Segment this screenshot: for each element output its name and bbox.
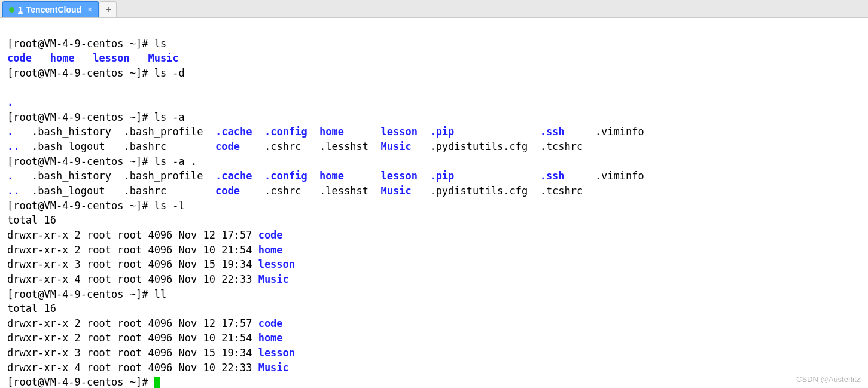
cmd-ls: ls <box>154 38 166 50</box>
lsa2-r1c2: .bash_history <box>32 170 111 182</box>
lsl-r4-dir: Music <box>258 273 289 285</box>
lsa-r2c6: .lesshst <box>319 140 368 152</box>
lsa2-r1c5: .config <box>264 170 307 182</box>
lsa2-r1c8: .pip <box>430 170 454 182</box>
lsa-r1c7: lesson <box>380 126 417 138</box>
lsa-r1c10: .viminfo <box>595 126 644 138</box>
lsl-r1-dir: code <box>258 229 283 241</box>
watermark: CSDN @Austerlitzl <box>796 374 862 386</box>
lsa-r1c1: . <box>7 126 13 138</box>
cursor-icon <box>154 377 160 388</box>
dir-home: home <box>50 52 75 64</box>
tab-bar: 1 TencentCloud × + <box>0 0 868 18</box>
ll-r3-pre: drwxr-xr-x 3 root root 4096 Nov 15 19:34 <box>7 347 258 359</box>
lsa2-r2c9: .tcshrc <box>540 185 583 197</box>
ll-total: total 16 <box>7 303 56 314</box>
tab-tencentcloud[interactable]: 1 TencentCloud × <box>2 1 99 17</box>
ll-r2-pre: drwxr-xr-x 2 root root 4096 Nov 10 21:54 <box>7 332 258 344</box>
lsa2-r1c9: .ssh <box>540 170 565 182</box>
lsl-r2-pre: drwxr-xr-x 2 root root 4096 Nov 10 21:54 <box>7 244 258 256</box>
lsa-r1c3: .bash_profile <box>124 126 203 138</box>
ll-r4-pre: drwxr-xr-x 4 root root 4096 Nov 10 22:33 <box>7 362 258 374</box>
lsa2-r2c2: .bash_logout <box>32 185 105 197</box>
lsa2-r2c7: Music <box>380 185 411 197</box>
prompt: [root@VM-4-9-centos ~]# <box>7 376 154 388</box>
prompt: [root@VM-4-9-centos ~]# <box>7 38 154 50</box>
lsl-r2-dir: home <box>258 244 283 256</box>
lsl-r1-pre: drwxr-xr-x 2 root root 4096 Nov 12 17:57 <box>7 229 258 241</box>
status-dot-icon <box>9 7 14 13</box>
ll-r1-pre: drwxr-xr-x 2 root root 4096 Nov 12 17:57 <box>7 317 258 329</box>
lsa2-r2c5: .cshrc <box>264 185 301 197</box>
lsl-r3-dir: lesson <box>258 258 295 270</box>
lsa2-r1c7: lesson <box>380 170 417 182</box>
ll-r3-dir: lesson <box>258 347 295 359</box>
lsa-r2c4: code <box>215 140 240 152</box>
cmd-ls-a: ls -a <box>154 111 185 123</box>
lsa2-r2c8: .pydistutils.cfg <box>430 185 528 197</box>
cmd-ls-l: ls -l <box>154 200 185 212</box>
prompt: [root@VM-4-9-centos ~]# <box>7 155 154 167</box>
lsa-r1c2: .bash_history <box>32 126 111 138</box>
lsa-r2c5: .cshrc <box>264 140 301 152</box>
prompt: [root@VM-4-9-centos ~]# <box>7 288 154 300</box>
lsa2-r1c6: home <box>319 170 344 182</box>
lsa-r2c8: .pydistutils.cfg <box>430 140 528 152</box>
terminal[interactable]: [root@VM-4-9-centos ~]# ls code home les… <box>0 18 868 388</box>
lsa2-r2c6: .lesshst <box>319 185 368 197</box>
lsa-r1c5: .config <box>264 126 307 138</box>
ls-d-output: . <box>7 96 13 108</box>
tab-index: 1 <box>18 5 23 14</box>
lsa2-r1c3: .bash_profile <box>124 170 203 182</box>
lsa2-r1c4: .cache <box>215 170 252 182</box>
prompt: [root@VM-4-9-centos ~]# <box>7 200 154 212</box>
lsa2-r1c1: . <box>7 170 13 182</box>
close-icon[interactable]: × <box>87 5 92 14</box>
lsa-r2c3: .bashrc <box>124 140 167 152</box>
lsl-r3-pre: drwxr-xr-x 3 root root 4096 Nov 15 19:34 <box>7 258 258 270</box>
dir-code: code <box>7 52 32 64</box>
lsa2-r2c4: code <box>215 185 240 197</box>
dir-lesson: lesson <box>93 52 129 64</box>
cmd-ls-a-dot: ls -a . <box>154 155 197 167</box>
lsa-r2c1: .. <box>7 140 19 152</box>
prompt: [root@VM-4-9-centos ~]# <box>7 111 154 123</box>
lsa2-r1c10: .viminfo <box>595 170 644 182</box>
lsa-r1c4: .cache <box>215 126 252 138</box>
prompt: [root@VM-4-9-centos ~]# <box>7 67 154 79</box>
cmd-ll: ll <box>154 288 166 300</box>
lsa-r1c9: .ssh <box>540 126 565 138</box>
cmd-ls-d: ls -d <box>154 67 185 79</box>
ll-r2-dir: home <box>258 332 283 344</box>
lsa2-r2c1: .. <box>7 185 19 197</box>
lsl-total: total 16 <box>7 214 56 226</box>
lsa-r2c7: Music <box>380 140 411 152</box>
dir-music: Music <box>148 52 178 64</box>
lsa-r2c9: .tcshrc <box>540 140 583 152</box>
lsa-r1c8: .pip <box>430 126 454 138</box>
tab-title: TencentCloud <box>26 5 81 14</box>
lsa2-r2c3: .bashrc <box>124 185 167 197</box>
lsa-r2c2: .bash_logout <box>32 140 105 152</box>
lsa-r1c6: home <box>319 126 344 138</box>
new-tab-button[interactable]: + <box>100 1 117 17</box>
ll-r1-dir: code <box>258 317 283 329</box>
ll-r4-dir: Music <box>258 362 289 374</box>
lsl-r4-pre: drwxr-xr-x 4 root root 4096 Nov 10 22:33 <box>7 273 258 285</box>
